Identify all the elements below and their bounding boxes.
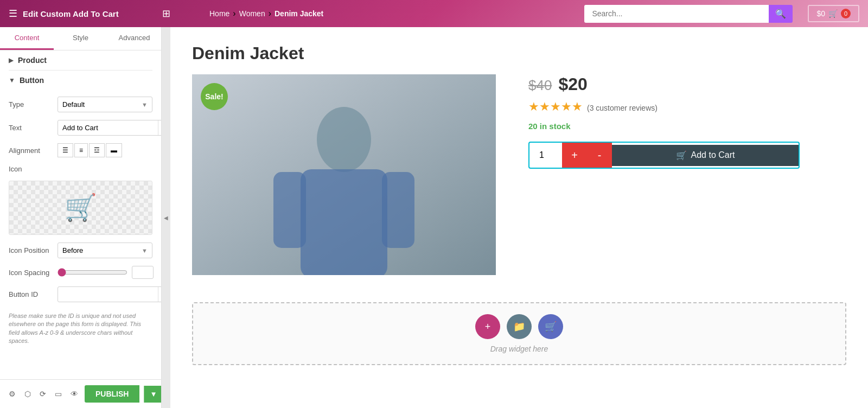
type-control: Default Custom ▼	[58, 97, 152, 112]
add-widget-button[interactable]: +	[475, 314, 500, 339]
layers-icon[interactable]: ⬡	[22, 387, 33, 400]
add-to-cart-row: + - 🛒 Add to Cart	[528, 142, 800, 169]
drop-zone-text: Drag widget here	[490, 345, 548, 353]
content-area: Denim Jacket Sale! 🔍	[170, 27, 868, 408]
old-price: $40	[528, 77, 552, 94]
cart-icon-preview: 🛒	[65, 193, 97, 223]
button-section-header[interactable]: ▼ Button	[0, 71, 161, 90]
folder-icon: 📁	[513, 321, 525, 333]
monitor-icon[interactable]: ▭	[53, 387, 64, 400]
star-rating: ★★★★★	[528, 100, 583, 114]
slider-wrap	[58, 266, 154, 279]
tab-content[interactable]: Content	[0, 27, 54, 50]
alignment-control: ☰ ≡ ☲ ▬	[58, 143, 152, 157]
top-bar-left: ☰ Edit Custom Add To Cart ⊞	[9, 8, 170, 20]
button-id-list-icon[interactable]: ☰	[158, 287, 162, 302]
tab-style[interactable]: Style	[54, 27, 107, 50]
product-image-wrap: Sale! 🔍	[192, 74, 496, 275]
type-label: Type	[9, 100, 58, 109]
search-button[interactable]: 🔍	[769, 5, 793, 23]
cart-widget-button[interactable]: 🛒	[538, 314, 563, 339]
product-layout: Sale! 🔍	[192, 74, 846, 275]
breadcrumb-women[interactable]: Women	[239, 9, 265, 18]
product-section-title: Product	[18, 56, 47, 65]
alignment-row: Alignment ☰ ≡ ☲ ▬	[9, 143, 152, 157]
hamburger-icon[interactable]: ☰	[9, 8, 17, 20]
svg-rect-5	[382, 172, 414, 248]
icon-position-control: Before After ▼	[58, 243, 152, 258]
button-id-help-text: Please make sure the ID is unique and no…	[9, 310, 152, 350]
icon-label-row: Icon	[9, 165, 152, 173]
button-id-label: Button ID	[9, 290, 58, 298]
svg-point-2	[317, 107, 371, 172]
text-input[interactable]	[58, 120, 158, 135]
stars-row: ★★★★★ (3 customer reviews)	[528, 100, 846, 116]
alignment-buttons: ☰ ≡ ☲ ▬	[58, 143, 122, 157]
align-right-button[interactable]: ☲	[89, 143, 105, 157]
icon-spacing-value[interactable]	[132, 266, 154, 279]
text-control: ☰	[58, 120, 162, 136]
button-id-input-wrap: ☰	[58, 286, 162, 302]
svg-rect-3	[301, 169, 387, 275]
button-id-input[interactable]	[58, 287, 158, 302]
icon-position-row: Icon Position Before After ▼	[9, 243, 152, 258]
type-select-arrow-icon: ▼	[137, 98, 152, 111]
cart-price: $0	[816, 9, 825, 18]
button-section-arrow: ▼	[9, 76, 15, 84]
button-id-row: Button ID ☰	[9, 286, 152, 302]
icon-label: Icon	[9, 165, 58, 173]
breadcrumb: Home › Women › Denim Jacket	[177, 9, 578, 18]
icon-position-select[interactable]: Before After	[58, 243, 137, 258]
button-section-title: Button	[20, 76, 44, 85]
folder-button[interactable]: 📁	[507, 314, 532, 339]
search-input-wrap: 🔍	[584, 5, 793, 23]
eye-icon[interactable]: 👁	[68, 387, 80, 400]
collapse-handle[interactable]: ◀	[162, 27, 170, 408]
search-input[interactable]	[584, 5, 769, 23]
icon-position-select-wrap: Before After ▼	[58, 243, 152, 258]
cart-icon: 🛒	[828, 9, 838, 18]
quantity-input[interactable]	[529, 145, 562, 165]
product-section-arrow: ▶	[9, 56, 14, 64]
history-icon[interactable]: ⟳	[37, 387, 48, 400]
type-row: Type Default Custom ▼	[9, 97, 152, 112]
align-center-button[interactable]: ≡	[74, 143, 88, 157]
icon-spacing-label: Icon Spacing	[9, 269, 58, 277]
product-section-header[interactable]: ▶ Product	[0, 50, 161, 70]
type-select[interactable]: Default Custom	[58, 97, 137, 112]
breadcrumb-sep-2: ›	[269, 9, 271, 18]
align-justify-button[interactable]: ▬	[106, 143, 122, 157]
product-image	[192, 74, 496, 275]
add-to-cart-button[interactable]: 🛒 Add to Cart	[612, 145, 799, 166]
svg-rect-4	[273, 172, 306, 248]
icon-spacing-slider[interactable]	[58, 268, 127, 277]
product-info: $40 $20 ★★★★★ (3 customer reviews) 20 in…	[528, 74, 846, 169]
cart-widget-icon: 🛒	[545, 321, 557, 333]
panel-tabs: Content Style Advanced	[0, 27, 161, 50]
publish-dropdown-button[interactable]: ▼	[144, 386, 162, 403]
search-area: 🔍	[584, 5, 793, 23]
sale-badge: Sale!	[201, 83, 228, 110]
text-label: Text	[9, 124, 58, 132]
grid-icon[interactable]: ⊞	[162, 8, 170, 20]
quantity-plus-button[interactable]: +	[562, 143, 587, 168]
type-select-wrap: Default Custom ▼	[58, 97, 152, 112]
icon-preview: 🛒	[9, 181, 152, 235]
cart-btn-icon: 🛒	[676, 150, 687, 161]
drop-zone: + 📁 🛒 Drag widget here	[192, 302, 846, 365]
stock-status: 20 in stock	[528, 122, 846, 131]
publish-button[interactable]: PUBLISH	[85, 385, 139, 403]
text-row: Text ☰	[9, 120, 152, 136]
search-icon: 🔍	[775, 9, 786, 18]
product-title: Denim Jacket	[192, 43, 846, 63]
tab-advanced[interactable]: Advanced	[107, 27, 161, 50]
cart-button[interactable]: $0 🛒 0	[808, 5, 859, 22]
icon-position-label: Icon Position	[9, 246, 58, 254]
breadcrumb-home[interactable]: Home	[209, 9, 229, 18]
top-bar: ☰ Edit Custom Add To Cart ⊞ Home › Women…	[0, 0, 868, 27]
text-list-icon[interactable]: ☰	[158, 120, 162, 135]
settings-icon[interactable]: ⚙	[7, 387, 18, 400]
left-panel: Content Style Advanced ▶ Product ▼ Butto…	[0, 27, 162, 408]
quantity-minus-button[interactable]: -	[587, 143, 612, 168]
align-left-button[interactable]: ☰	[58, 143, 73, 157]
